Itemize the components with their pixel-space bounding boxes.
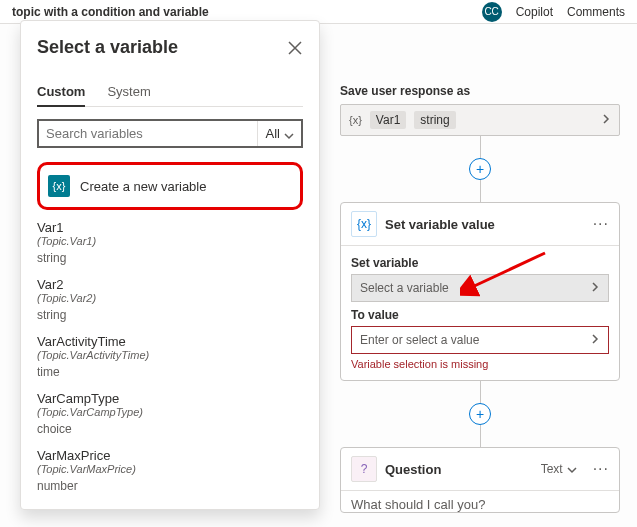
filter-dropdown[interactable]: All (257, 120, 302, 147)
variable-type: string (37, 308, 303, 322)
list-item[interactable]: Var2 (Topic.Var2) string (37, 277, 303, 322)
save-response-field[interactable]: {x} Var1 string (340, 104, 620, 136)
variable-path: (Topic.Var2) (37, 292, 303, 304)
chevron-right-icon (590, 281, 600, 295)
set-variable-icon: {x} (351, 211, 377, 237)
list-item[interactable]: Var1 (Topic.Var1) string (37, 220, 303, 265)
variable-icon: {x} (349, 114, 362, 126)
variable-type: choice (37, 422, 303, 436)
tab-system[interactable]: System (107, 78, 150, 106)
variable-name: VarCampType (37, 391, 303, 406)
variable-name: VarActivityTime (37, 334, 303, 349)
add-node-button[interactable]: + (469, 403, 491, 425)
placeholder-text: Select a variable (360, 281, 449, 295)
variable-path: (Topic.VarCampType) (37, 406, 303, 418)
variable-path: (Topic.VarActivityTime) (37, 349, 303, 361)
tab-custom[interactable]: Custom (37, 78, 85, 107)
create-variable-label: Create a new variable (80, 179, 206, 194)
card-title: Set variable value (385, 217, 585, 232)
page-breadcrumb: topic with a condition and variable (12, 5, 209, 19)
variable-picker-panel: Select a variable Custom System All {x} … (20, 20, 320, 510)
variable-icon: {x} (48, 175, 70, 197)
add-node-button[interactable]: + (469, 158, 491, 180)
variable-path: (Topic.Var1) (37, 235, 303, 247)
more-icon[interactable]: ··· (593, 460, 609, 478)
chevron-right-icon (601, 113, 611, 127)
variable-list: Var1 (Topic.Var1) string Var2 (Topic.Var… (37, 220, 303, 493)
list-item[interactable]: VarCampType (Topic.VarCampType) choice (37, 391, 303, 436)
question-prompt[interactable]: What should I call you? (341, 491, 619, 512)
variable-type: string (37, 251, 303, 265)
question-icon: ? (351, 456, 377, 482)
list-item[interactable]: VarMaxPrice (Topic.VarMaxPrice) number (37, 448, 303, 493)
comments-button[interactable]: Comments (567, 5, 625, 19)
question-card: ? Question Text ··· What should I call y… (340, 447, 620, 513)
variable-path: (Topic.VarMaxPrice) (37, 463, 303, 475)
search-input[interactable] (38, 120, 257, 147)
variable-name: Var1 (37, 220, 303, 235)
variable-name: VarMaxPrice (37, 448, 303, 463)
set-variable-label: Set variable (351, 256, 609, 270)
close-icon[interactable] (287, 40, 303, 56)
response-type-dropdown[interactable]: Text (541, 462, 577, 476)
error-message: Variable selection is missing (351, 358, 609, 370)
more-icon[interactable]: ··· (593, 215, 609, 233)
placeholder-text: Enter or select a value (360, 333, 479, 347)
save-response-label: Save user response as (340, 84, 470, 98)
to-value-label: To value (351, 308, 609, 322)
chevron-down-icon (284, 129, 294, 139)
annotation-highlight: {x} Create a new variable (37, 162, 303, 210)
filter-label: All (266, 126, 280, 141)
chevron-down-icon (567, 464, 577, 474)
to-value-field[interactable]: Enter or select a value (351, 326, 609, 354)
select-variable-field[interactable]: Select a variable (351, 274, 609, 302)
create-variable-button[interactable]: {x} Create a new variable (44, 169, 296, 203)
variable-chip: Var1 (370, 111, 406, 129)
variable-tabs: Custom System (37, 78, 303, 107)
list-item[interactable]: VarActivityTime (Topic.VarActivityTime) … (37, 334, 303, 379)
copilot-button[interactable]: Copilot (516, 5, 553, 19)
variable-type: number (37, 479, 303, 493)
card-title: Question (385, 462, 533, 477)
variable-name: Var2 (37, 277, 303, 292)
variable-type: time (37, 365, 303, 379)
user-avatar[interactable]: CC (482, 2, 502, 22)
set-variable-card: {x} Set variable value ··· Set variable … (340, 202, 620, 381)
chevron-right-icon (590, 333, 600, 347)
panel-title: Select a variable (37, 37, 178, 58)
type-chip: string (414, 111, 455, 129)
